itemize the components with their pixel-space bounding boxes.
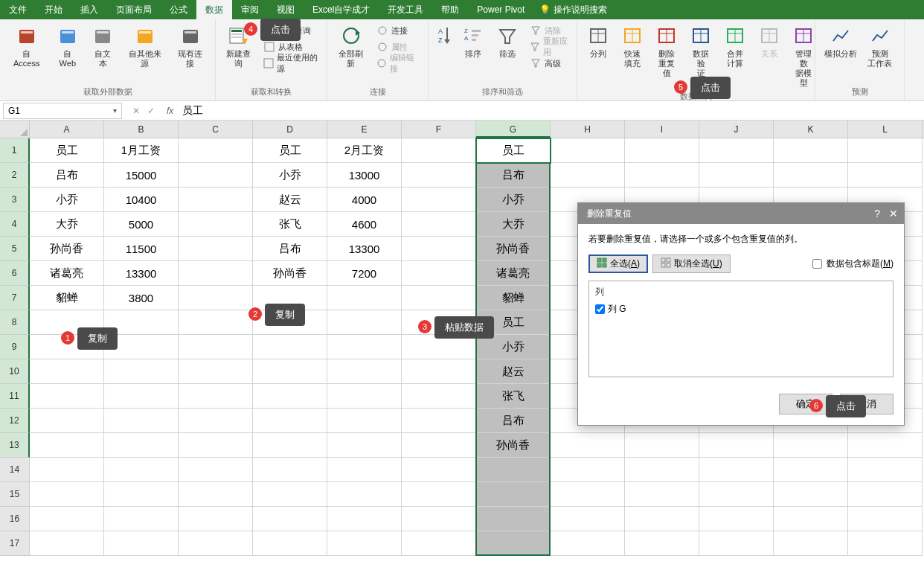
cell-J14[interactable] xyxy=(699,458,774,482)
cell-K2[interactable] xyxy=(774,163,848,188)
cell-G15[interactable] xyxy=(476,482,551,507)
cell-J2[interactable] xyxy=(699,163,774,188)
col-header-E[interactable]: E xyxy=(327,121,402,138)
help-button[interactable]: ? xyxy=(874,208,880,220)
conn-small-0[interactable]: 连接 xyxy=(373,22,422,39)
columns-listbox[interactable]: 列 列 G xyxy=(588,281,893,377)
cell-B4[interactable]: 5000 xyxy=(104,212,179,237)
menu-tab-5[interactable]: 数据 xyxy=(196,0,232,19)
row-header-8[interactable]: 8 xyxy=(0,310,30,335)
cell-F15[interactable] xyxy=(402,482,476,507)
cell-C6[interactable] xyxy=(179,261,253,286)
row-header-16[interactable]: 16 xyxy=(0,507,30,531)
col-header-C[interactable]: C xyxy=(179,121,253,138)
external-btn-2[interactable]: 自文本 xyxy=(88,22,118,70)
menu-tab-7[interactable]: 视图 xyxy=(268,0,304,19)
cell-C15[interactable] xyxy=(179,482,253,507)
col-header-B[interactable]: B xyxy=(104,121,179,138)
cell-F4[interactable] xyxy=(402,212,476,237)
cell-I13[interactable] xyxy=(625,433,699,458)
filter-button[interactable]: 筛选 xyxy=(493,22,522,60)
cell-B1[interactable]: 1月工资 xyxy=(104,138,179,163)
list-item[interactable]: 列 G xyxy=(595,303,887,316)
cell-D1[interactable]: 员工 xyxy=(253,138,327,163)
cell-D3[interactable]: 赵云 xyxy=(253,188,327,212)
select-all-button[interactable]: 全选(A) xyxy=(588,255,648,273)
cell-G17[interactable] xyxy=(476,531,551,556)
row-header-10[interactable]: 10 xyxy=(0,359,30,384)
cell-K15[interactable] xyxy=(774,482,848,507)
col-header-F[interactable]: F xyxy=(402,121,476,138)
deselect-all-button[interactable]: 取消全选(U) xyxy=(652,255,731,273)
cell-D9[interactable] xyxy=(253,335,327,359)
sf-small-2[interactable]: 高级 xyxy=(527,55,571,71)
cell-C4[interactable] xyxy=(179,212,253,237)
cell-J13[interactable] xyxy=(699,433,774,458)
close-icon[interactable]: ✕ xyxy=(889,208,898,220)
cell-F13[interactable] xyxy=(402,433,476,458)
cell-J16[interactable] xyxy=(699,507,774,531)
cell-D13[interactable] xyxy=(253,433,327,458)
dt-btn-4[interactable]: 合并计算 xyxy=(720,22,750,70)
cell-C8[interactable] xyxy=(179,310,253,335)
cell-C16[interactable] xyxy=(179,507,253,531)
cell-C5[interactable] xyxy=(179,237,253,261)
menu-tab-6[interactable]: 审阅 xyxy=(232,0,268,19)
cell-B11[interactable] xyxy=(104,384,179,409)
tell-me-search[interactable]: 💡 操作说明搜索 xyxy=(539,4,607,16)
cell-C7[interactable] xyxy=(179,286,253,310)
refresh-all-button[interactable]: 全部刷新 xyxy=(333,22,369,70)
cell-D10[interactable] xyxy=(253,359,327,384)
cell-A7[interactable]: 貂蝉 xyxy=(30,286,104,310)
row-header-14[interactable]: 14 xyxy=(0,458,30,482)
row-header-3[interactable]: 3 xyxy=(0,188,30,212)
cell-E9[interactable] xyxy=(327,335,402,359)
cell-I15[interactable] xyxy=(625,482,699,507)
row-header-6[interactable]: 6 xyxy=(0,261,30,286)
gt-small-2[interactable]: 最近使用的源 xyxy=(260,55,321,71)
cell-F5[interactable] xyxy=(402,237,476,261)
col-header-L[interactable]: L xyxy=(848,121,923,138)
cell-C3[interactable] xyxy=(179,188,253,212)
cell-E6[interactable]: 7200 xyxy=(327,261,402,286)
cell-F6[interactable] xyxy=(402,261,476,286)
cell-K13[interactable] xyxy=(774,433,848,458)
menu-tab-2[interactable]: 插入 xyxy=(71,0,107,19)
cell-A13[interactable] xyxy=(30,433,104,458)
cell-D17[interactable] xyxy=(253,531,327,556)
cell-D12[interactable] xyxy=(253,409,327,433)
cell-I14[interactable] xyxy=(625,458,699,482)
cell-B14[interactable] xyxy=(104,458,179,482)
cell-E16[interactable] xyxy=(327,507,402,531)
cell-L15[interactable] xyxy=(848,482,923,507)
cancel-icon[interactable]: ✕ xyxy=(132,106,140,116)
row-header-4[interactable]: 4 xyxy=(0,212,30,237)
cell-G3[interactable]: 小乔 xyxy=(476,188,551,212)
has-headers-input[interactable] xyxy=(812,259,822,269)
row-header-12[interactable]: 12 xyxy=(0,409,30,433)
row-header-17[interactable]: 17 xyxy=(0,531,30,556)
sort-asc-button[interactable]: AZ xyxy=(434,22,454,51)
cell-B2[interactable]: 15000 xyxy=(104,163,179,188)
cell-A5[interactable]: 孙尚香 xyxy=(30,237,104,261)
cell-B10[interactable] xyxy=(104,359,179,384)
cell-G10[interactable]: 赵云 xyxy=(476,359,551,384)
menu-tab-1[interactable]: 开始 xyxy=(36,0,71,19)
cell-A17[interactable] xyxy=(30,531,104,556)
cell-E11[interactable] xyxy=(327,384,402,409)
cell-L16[interactable] xyxy=(848,507,923,531)
fx-icon[interactable]: fx xyxy=(162,106,178,116)
cell-J15[interactable] xyxy=(699,482,774,507)
cell-I17[interactable] xyxy=(625,531,699,556)
dialog-titlebar[interactable]: 删除重复值 ? ✕ xyxy=(578,203,904,224)
dt-btn-2[interactable]: 删除重复值 xyxy=(652,22,681,80)
has-headers-checkbox[interactable]: 数据包含标题(M) xyxy=(812,257,893,270)
cell-C9[interactable] xyxy=(179,335,253,359)
col-header-A[interactable]: A xyxy=(30,121,104,138)
cell-K1[interactable] xyxy=(774,138,848,163)
confirm-icon[interactable]: ✓ xyxy=(147,106,155,116)
cell-E1[interactable]: 2月工资 xyxy=(327,138,402,163)
cell-D11[interactable] xyxy=(253,384,327,409)
cell-I1[interactable] xyxy=(625,138,699,163)
dt-btn-6[interactable]: 管理数据模型 xyxy=(789,22,818,89)
